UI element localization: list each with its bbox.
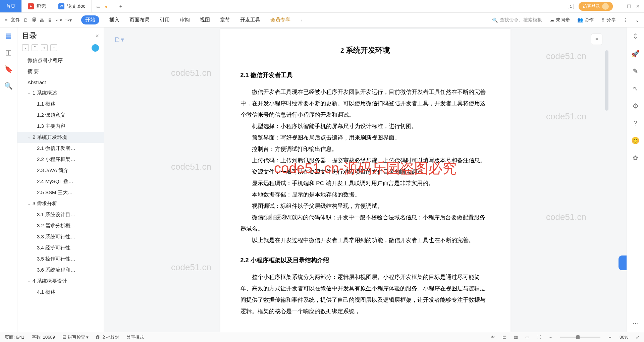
toc-item[interactable]: 2.1 微信开发者… [17, 143, 104, 154]
toc-item[interactable]: 3.4 经济可行性 [17, 242, 104, 253]
toc-item[interactable]: 1.2 课题意义 [17, 110, 104, 121]
ribbon-tab-layout[interactable]: 页面布局 [129, 17, 150, 23]
ribbon-tab-devtools[interactable]: 开发工具 [240, 17, 260, 23]
present-icon[interactable]: ▭ [96, 4, 101, 9]
toc-item[interactable]: 3.1 系统设计目… [17, 209, 104, 220]
zoom-in-icon[interactable]: ＋ [608, 334, 612, 340]
save-as-icon[interactable]: 🗐 [32, 17, 36, 23]
toc-expand-icon[interactable]: ⌃ [32, 44, 38, 51]
toc-item[interactable]: 1.3 主要内容 [17, 121, 104, 132]
view-web-icon[interactable]: ▭ [525, 335, 529, 340]
doc-p: 控制台：方便调试打印输出信息。 [240, 144, 490, 155]
toc-item[interactable]: 3.3 系统可行性… [17, 231, 104, 242]
ribbon-tab-review[interactable]: 审阅 [180, 17, 190, 23]
status-proof[interactable]: 🗐 文档校对 [96, 334, 119, 340]
toc-remove-icon[interactable]: － [50, 44, 57, 51]
tab-daoke[interactable]: ✦ 稻壳 [22, 0, 52, 12]
tab-document[interactable]: W 论文.doc [52, 0, 92, 12]
toc-item[interactable]: 3.2 需求分析概… [17, 220, 104, 231]
zoom-slider[interactable] [560, 337, 600, 338]
coop-button[interactable]: 👥 协作 [577, 17, 594, 23]
more-icon[interactable]: ⋮ [623, 17, 628, 23]
doc-p: 微信限制在 2M 以内的代码体积；开发中一般不校验合法域名信息；小程序后台要做配… [240, 212, 490, 235]
zoom-value[interactable]: 80% [620, 335, 628, 340]
tab-home[interactable]: 首页 [0, 0, 22, 12]
page-handle-icon[interactable]: 🗋▾ [114, 36, 124, 44]
toc-panel: 目录 × ⌄ ⌃ ＋ － 微信点餐小程序摘 要Abstract⌄1 系统概述1.… [17, 27, 104, 332]
toc-item[interactable]: 2.3 JAVA 简介 [17, 165, 104, 176]
command-search[interactable]: 🔍 查找命令、搜索模板 [492, 17, 542, 23]
toc-add-icon[interactable]: ＋ [41, 44, 48, 51]
view-page-icon[interactable]: ▤ [502, 335, 506, 340]
view-read-icon[interactable]: 👁 [491, 335, 495, 340]
gear-icon[interactable]: ✿ [633, 154, 638, 162]
more-side-icon[interactable]: ⋯ [632, 319, 639, 327]
doc-p: 本地数据存储：显示的是本地存储的数据。 [240, 189, 490, 201]
titlebar: 首页 ✦ 稻壳 W 论文.doc ▭ ● ＋ 1 访客登录 — ☐ ✕ [0, 0, 644, 13]
zoom-fit-icon[interactable]: ⛶ [537, 335, 541, 340]
toc-item[interactable]: 1.1 概述 [17, 99, 104, 110]
emoji-icon[interactable]: 😊 [631, 136, 640, 145]
new-tab[interactable]: ＋ [112, 0, 129, 12]
search-icon[interactable]: 🔍 [4, 82, 13, 90]
ribbon-tab-view[interactable]: 视图 [200, 17, 210, 23]
login-button[interactable]: 访客登录 [579, 2, 613, 11]
help-icon[interactable]: ? [634, 119, 637, 127]
toc-item[interactable]: ⌄2 系统开发环境 [17, 132, 104, 143]
toc-refresh-icon[interactable] [92, 44, 99, 52]
menu-icon[interactable]: ≡ [5, 17, 7, 23]
toc-item[interactable]: ⌄1 系统概述 [17, 88, 104, 99]
settings-icon[interactable]: ⚙ [633, 102, 639, 110]
zoom-out-icon[interactable]: － [548, 334, 553, 340]
status-page[interactable]: 页面: 6/41 [5, 334, 24, 340]
toc-collapse-icon[interactable]: ⌄ [22, 44, 29, 51]
toc-item[interactable]: Abstract [17, 77, 104, 88]
minimize-icon[interactable]: — [618, 4, 622, 9]
redo-icon[interactable]: ↷▾ [65, 17, 72, 23]
toc-close-icon[interactable]: × [95, 33, 99, 40]
toc-item[interactable]: 3.6 系统流程和… [17, 265, 104, 276]
bookmark-icon[interactable]: 🔖 [4, 65, 13, 73]
toc-item[interactable]: 2.4 MySQL 数… [17, 176, 104, 187]
status-spellcheck[interactable]: ☑ 拼写检查 ▾ [62, 334, 89, 340]
collapse-ribbon-icon[interactable]: ⌄ [635, 17, 639, 23]
file-menu[interactable]: 文件 [11, 17, 20, 23]
toc-item[interactable]: ⌄3 需求分析 [17, 198, 104, 209]
window-index[interactable]: 1 [568, 4, 574, 9]
preview-icon[interactable]: 🗎 [48, 17, 52, 23]
sync-button[interactable]: ☁ 未同步 [550, 17, 570, 23]
toc-item[interactable]: 3.5 操作可行性… [17, 253, 104, 265]
shapes-icon[interactable]: ◫ [5, 48, 12, 56]
undo-icon[interactable]: ↶▾ [56, 17, 62, 23]
toc-item[interactable]: 4.1 概述 [17, 287, 104, 298]
toc-item[interactable]: 微信点餐小程序 [17, 55, 104, 66]
toc-item[interactable]: 摘 要 [17, 66, 104, 77]
window-close-icon[interactable]: ✕ [636, 4, 640, 9]
ribbon-more-icon[interactable]: › [301, 17, 302, 23]
view-outline-icon[interactable]: ▦ [514, 335, 518, 340]
toc-item[interactable]: 2.5 SSM 三大… [17, 187, 104, 198]
ribbon-tab-insert[interactable]: 插入 [109, 17, 119, 23]
ribbon-tab-chapter[interactable]: 章节 [220, 17, 230, 23]
scrollbar[interactable] [604, 30, 608, 329]
ribbon-tab-reference[interactable]: 引用 [160, 17, 170, 23]
maximize-icon[interactable]: ☐ [627, 4, 631, 9]
ruler-icon[interactable]: ⇕ [633, 32, 638, 40]
rocket-icon[interactable]: 🚀 [631, 50, 640, 58]
status-compat[interactable]: 兼容模式 [126, 334, 144, 340]
toc-item[interactable]: ⌄4 系统概要设计 [17, 276, 104, 287]
ribbon-tab-vip[interactable]: 会员专享 [270, 17, 290, 23]
feedback-tab[interactable] [619, 255, 627, 270]
pin-icon[interactable]: ≡ [591, 34, 602, 45]
share-button[interactable]: ⇪ 分享 [601, 17, 616, 23]
pointer-icon[interactable]: ↖ [633, 84, 638, 93]
expand-icon[interactable]: ⤢ [636, 335, 639, 340]
pen-icon[interactable]: ✎ [633, 67, 638, 75]
scroll-thumb[interactable] [605, 50, 608, 111]
save-icon[interactable]: 🗋 [23, 17, 28, 23]
print-icon[interactable]: 🖶 [40, 17, 44, 23]
toc-item[interactable]: 2.2 小程序框架… [17, 154, 104, 165]
status-words[interactable]: 字数: 10689 [32, 334, 55, 340]
outline-icon[interactable]: ▤ [5, 32, 12, 40]
ribbon-tab-start[interactable]: 开始 [81, 15, 99, 24]
